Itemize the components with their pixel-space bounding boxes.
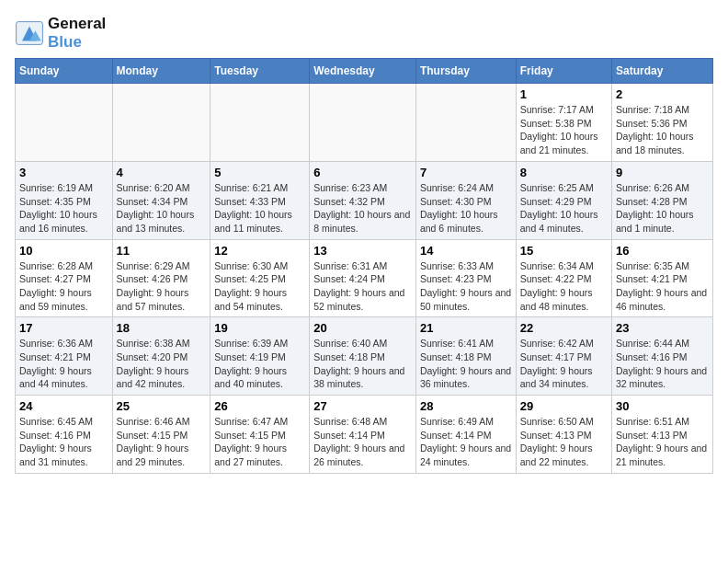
day-number: 25 [117,399,207,413]
day-info: Sunrise: 6:30 AMSunset: 4:25 PMDaylight:… [214,259,305,314]
day-info: Sunrise: 6:46 AMSunset: 4:15 PMDaylight:… [117,415,207,469]
calendar-cell: 17Sunrise: 6:36 AMSunset: 4:21 PMDayligh… [16,317,113,396]
calendar-cell: 6Sunrise: 6:23 AMSunset: 4:32 PMDaylight… [310,161,416,239]
calendar-cell: 1Sunrise: 7:17 AMSunset: 5:38 PMDaylight… [516,84,611,162]
calendar-cell: 20Sunrise: 6:40 AMSunset: 4:18 PMDayligh… [310,317,416,396]
day-number: 9 [616,166,709,179]
day-number: 24 [19,399,108,413]
day-info: Sunrise: 6:19 AMSunset: 4:35 PMDaylight:… [19,181,108,236]
day-info: Sunrise: 6:45 AMSunset: 4:16 PMDaylight:… [19,415,108,469]
week-row-1: 3Sunrise: 6:19 AMSunset: 4:35 PMDaylight… [16,161,713,239]
day-number: 16 [616,244,709,258]
calendar-cell: 3Sunrise: 6:19 AMSunset: 4:35 PMDaylight… [16,161,113,239]
calendar-cell: 12Sunrise: 6:30 AMSunset: 4:25 PMDayligh… [210,239,310,317]
day-info: Sunrise: 6:33 AMSunset: 4:23 PMDaylight:… [420,259,512,314]
day-info: Sunrise: 6:25 AMSunset: 4:29 PMDaylight:… [520,181,608,236]
calendar-cell: 19Sunrise: 6:39 AMSunset: 4:19 PMDayligh… [210,317,310,396]
calendar-cell: 23Sunrise: 6:44 AMSunset: 4:16 PMDayligh… [611,317,712,396]
calendar-table: SundayMondayTuesdayWednesdayThursdayFrid… [15,58,713,474]
calendar-cell: 26Sunrise: 6:47 AMSunset: 4:15 PMDayligh… [210,396,310,474]
calendar-cell [112,84,210,162]
calendar-cell: 9Sunrise: 6:26 AMSunset: 4:28 PMDaylight… [611,161,712,239]
day-info: Sunrise: 6:23 AMSunset: 4:32 PMDaylight:… [313,181,412,236]
calendar-cell: 29Sunrise: 6:50 AMSunset: 4:13 PMDayligh… [516,396,611,474]
day-number: 20 [313,321,412,335]
column-header-thursday: Thursday [415,59,516,84]
day-number: 2 [616,87,709,101]
day-number: 10 [19,244,108,258]
day-info: Sunrise: 6:41 AMSunset: 4:18 PMDaylight:… [420,337,512,391]
week-row-2: 10Sunrise: 6:28 AMSunset: 4:27 PMDayligh… [16,239,713,317]
day-info: Sunrise: 7:17 AMSunset: 5:38 PMDaylight:… [520,103,608,157]
calendar-cell: 25Sunrise: 6:46 AMSunset: 4:15 PMDayligh… [112,396,210,474]
day-info: Sunrise: 6:50 AMSunset: 4:13 PMDaylight:… [520,415,608,469]
week-row-4: 24Sunrise: 6:45 AMSunset: 4:16 PMDayligh… [16,396,713,474]
day-number: 13 [313,244,412,258]
day-info: Sunrise: 6:49 AMSunset: 4:14 PMDaylight:… [420,415,512,469]
calendar-cell: 4Sunrise: 6:20 AMSunset: 4:34 PMDaylight… [112,161,210,239]
calendar-cell: 11Sunrise: 6:29 AMSunset: 4:26 PMDayligh… [112,239,210,317]
column-header-tuesday: Tuesday [210,59,310,84]
calendar-cell [415,84,516,162]
day-info: Sunrise: 6:40 AMSunset: 4:18 PMDaylight:… [313,337,412,391]
day-number: 19 [214,321,305,335]
calendar-cell: 15Sunrise: 6:34 AMSunset: 4:22 PMDayligh… [516,239,611,317]
logo-icon [15,20,44,46]
day-info: Sunrise: 6:51 AMSunset: 4:13 PMDaylight:… [616,415,709,469]
day-number: 22 [520,321,608,335]
day-info: Sunrise: 6:26 AMSunset: 4:28 PMDaylight:… [616,181,709,236]
day-info: Sunrise: 6:44 AMSunset: 4:16 PMDaylight:… [616,337,709,391]
column-header-monday: Monday [112,59,210,84]
calendar-cell: 14Sunrise: 6:33 AMSunset: 4:23 PMDayligh… [415,239,516,317]
day-number: 23 [616,321,709,335]
day-number: 27 [313,399,412,413]
calendar-cell: 10Sunrise: 6:28 AMSunset: 4:27 PMDayligh… [16,239,113,317]
day-number: 30 [616,399,709,413]
column-header-friday: Friday [516,59,611,84]
day-info: Sunrise: 6:47 AMSunset: 4:15 PMDaylight:… [214,415,305,469]
day-number: 29 [520,399,608,413]
calendar-cell [16,84,113,162]
day-number: 6 [313,166,412,179]
calendar-cell [210,84,310,162]
day-info: Sunrise: 6:20 AMSunset: 4:34 PMDaylight:… [117,181,207,236]
day-number: 26 [214,399,305,413]
calendar-cell: 16Sunrise: 6:35 AMSunset: 4:21 PMDayligh… [611,239,712,317]
day-info: Sunrise: 6:39 AMSunset: 4:19 PMDaylight:… [214,337,305,391]
day-number: 3 [19,166,108,179]
day-info: Sunrise: 6:31 AMSunset: 4:24 PMDaylight:… [313,259,412,314]
calendar-header-row: SundayMondayTuesdayWednesdayThursdayFrid… [16,59,713,84]
day-info: Sunrise: 6:29 AMSunset: 4:26 PMDaylight:… [117,259,207,314]
calendar-cell: 24Sunrise: 6:45 AMSunset: 4:16 PMDayligh… [16,396,113,474]
day-number: 7 [420,166,512,179]
calendar-cell: 2Sunrise: 7:18 AMSunset: 5:36 PMDaylight… [611,84,712,162]
day-info: Sunrise: 6:36 AMSunset: 4:21 PMDaylight:… [19,337,108,391]
day-number: 21 [420,321,512,335]
day-info: Sunrise: 6:28 AMSunset: 4:27 PMDaylight:… [19,259,108,314]
day-number: 14 [420,244,512,258]
day-info: Sunrise: 6:24 AMSunset: 4:30 PMDaylight:… [420,181,512,236]
day-number: 1 [520,87,608,101]
calendar-cell: 28Sunrise: 6:49 AMSunset: 4:14 PMDayligh… [415,396,516,474]
day-number: 8 [520,166,608,179]
calendar-cell: 27Sunrise: 6:48 AMSunset: 4:14 PMDayligh… [310,396,416,474]
day-number: 28 [420,399,512,413]
calendar-cell: 13Sunrise: 6:31 AMSunset: 4:24 PMDayligh… [310,239,416,317]
header: General Blue [15,15,713,51]
calendar-cell: 22Sunrise: 6:42 AMSunset: 4:17 PMDayligh… [516,317,611,396]
week-row-0: 1Sunrise: 7:17 AMSunset: 5:38 PMDaylight… [16,84,713,162]
week-row-3: 17Sunrise: 6:36 AMSunset: 4:21 PMDayligh… [16,317,713,396]
calendar-cell: 8Sunrise: 6:25 AMSunset: 4:29 PMDaylight… [516,161,611,239]
day-number: 4 [117,166,207,179]
calendar-cell: 7Sunrise: 6:24 AMSunset: 4:30 PMDaylight… [415,161,516,239]
day-info: Sunrise: 6:34 AMSunset: 4:22 PMDaylight:… [520,259,608,314]
column-header-sunday: Sunday [16,59,113,84]
day-info: Sunrise: 7:18 AMSunset: 5:36 PMDaylight:… [616,103,709,157]
column-header-wednesday: Wednesday [310,59,416,84]
calendar-cell [310,84,416,162]
day-info: Sunrise: 6:21 AMSunset: 4:33 PMDaylight:… [214,181,305,236]
calendar-cell: 21Sunrise: 6:41 AMSunset: 4:18 PMDayligh… [415,317,516,396]
column-header-saturday: Saturday [611,59,712,84]
calendar-cell: 30Sunrise: 6:51 AMSunset: 4:13 PMDayligh… [611,396,712,474]
day-number: 15 [520,244,608,258]
